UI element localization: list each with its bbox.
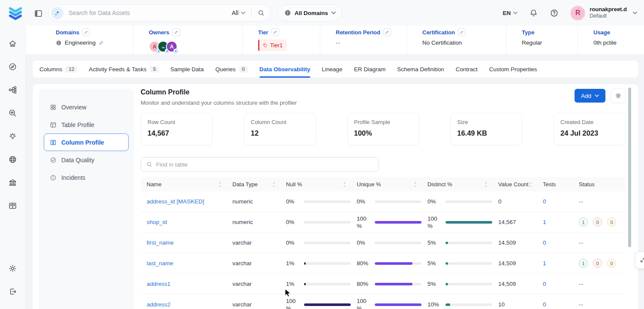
cell-null-pct: 1%	[280, 280, 351, 288]
status-aborted-badge[interactable]: 0	[607, 259, 616, 268]
edit-icon[interactable]	[172, 28, 180, 36]
column-name-link[interactable]: address_id [MASKED]	[147, 198, 204, 205]
chevron-down-icon	[241, 12, 245, 14]
stat-value: 12	[251, 129, 309, 137]
tab-contract[interactable]: Contract	[456, 61, 478, 78]
sidebar-item-settings[interactable]	[5, 260, 21, 276]
edit-icon[interactable]	[271, 28, 279, 36]
sort-icon[interactable]	[529, 182, 533, 188]
sidebar-item-insights[interactable]	[5, 128, 21, 144]
sort-icon[interactable]	[272, 182, 276, 188]
sort-icon[interactable]	[218, 182, 222, 188]
column-header-unique[interactable]: Unique %	[351, 177, 421, 191]
cell-status: --	[573, 301, 626, 308]
ai-sparkle-icon[interactable]	[51, 7, 63, 19]
find-in-table-input[interactable]	[156, 161, 373, 168]
tab-queries[interactable]: Queries0	[215, 61, 248, 78]
tag-icon	[263, 43, 268, 48]
tab-lineage[interactable]: Lineage	[322, 61, 343, 78]
sort-icon[interactable]	[484, 182, 488, 188]
search-scope-dropdown[interactable]: All	[232, 9, 245, 16]
add-button[interactable]: Add	[575, 89, 605, 103]
tests-count-link[interactable]: 0	[543, 281, 546, 287]
resize-handle-icon[interactable]	[635, 251, 644, 269]
tab-columns[interactable]: Columns12	[39, 61, 77, 78]
edit-icon[interactable]	[383, 28, 391, 36]
column-name-link[interactable]: address2	[147, 301, 171, 308]
status-failed-badge[interactable]: 0	[593, 218, 602, 227]
app-logo-icon[interactable]	[7, 5, 24, 21]
sidebar-item-observability[interactable]	[5, 105, 21, 121]
edit-icon[interactable]	[82, 28, 90, 36]
help-icon[interactable]	[550, 9, 559, 18]
column-header-value-count[interactable]: Value Count	[492, 177, 537, 191]
tests-count-link[interactable]: 1	[543, 260, 546, 267]
tab-custom-properties[interactable]: Custom Properties	[489, 61, 537, 78]
profiler-settings-gear-icon[interactable]	[611, 88, 626, 103]
search-icon[interactable]	[258, 9, 265, 16]
cell-distinct-pct: 100%	[421, 215, 492, 230]
column-name-link[interactable]: shop_id	[147, 219, 167, 225]
user-menu[interactable]: R rounakpreet.d Default	[570, 6, 637, 21]
tests-count-link[interactable]: 0	[543, 239, 546, 246]
column-header-name[interactable]: Name	[141, 177, 226, 191]
stat-value: 16.49 KB	[457, 129, 515, 137]
tab-data-observability[interactable]: Data Observability	[259, 61, 310, 78]
sidebar-item-lineage[interactable]	[5, 82, 21, 98]
cell-null-pct: 0%	[280, 218, 351, 226]
tab-label: Columns	[39, 66, 62, 73]
tab-activity-feeds-tasks[interactable]: Activity Feeds & Tasks5	[89, 61, 159, 78]
tests-count-link[interactable]: 0	[543, 198, 546, 205]
tab-sample-data[interactable]: Sample Data	[170, 61, 204, 78]
null-pct-fill	[304, 303, 351, 306]
insights-icon	[8, 132, 17, 141]
distinct-pct-fill	[445, 221, 492, 224]
stat-card-created-date: Created Date24 Jul 2023	[554, 113, 626, 145]
subnav-item-overview[interactable]: Overview	[44, 98, 129, 116]
field-label: Tier	[258, 29, 268, 36]
vertical-scrollbar[interactable]	[628, 88, 631, 247]
language-selector[interactable]: EN	[503, 10, 518, 16]
status-success-badge[interactable]: 1	[579, 218, 588, 227]
link-icon[interactable]	[99, 40, 104, 45]
tab-er-diagram[interactable]: ER Diagram	[354, 61, 386, 78]
sort-icon[interactable]	[343, 182, 346, 188]
subnav-item-incidents[interactable]: Incidents	[44, 169, 129, 186]
unique-pct-label: 0%	[357, 239, 375, 246]
status-aborted-badge[interactable]: 0	[607, 218, 616, 227]
tests-count-link[interactable]: 0	[543, 301, 546, 308]
cell-name: first_name	[141, 239, 226, 246]
tests-count-link[interactable]: 1	[543, 219, 546, 225]
sidebar-item-logout[interactable]	[5, 283, 21, 300]
sidebar-toggle-icon[interactable]	[34, 9, 43, 18]
sidebar-item-home[interactable]	[5, 35, 21, 52]
subnav-item-table-profile[interactable]: Table Profile	[44, 116, 129, 133]
status-success-badge[interactable]: 1	[579, 259, 588, 268]
global-search-bar[interactable]: All	[48, 4, 271, 21]
sidebar-item-domains[interactable]	[5, 151, 21, 167]
column-header-null[interactable]: Null %	[280, 177, 351, 191]
sidebar-item-explore[interactable]	[5, 58, 21, 75]
tab-schema-definition[interactable]: Schema Definition	[397, 61, 444, 78]
domain-value[interactable]: Engineering	[65, 39, 96, 46]
column-name-link[interactable]: address1	[147, 281, 171, 287]
notifications-bell-icon[interactable]	[529, 9, 538, 18]
column-header-data-type[interactable]: Data Type	[226, 177, 280, 191]
all-domains-dropdown[interactable]: All Domains	[278, 4, 342, 21]
column-name-link[interactable]: last_name	[147, 260, 173, 267]
sort-icon[interactable]	[413, 182, 417, 188]
column-header-distinct[interactable]: Distinct %	[421, 177, 492, 191]
search-input[interactable]	[69, 9, 232, 16]
tier-tag[interactable]: Tier1	[258, 39, 287, 51]
status-failed-badge[interactable]: 0	[593, 259, 602, 268]
find-in-table-box[interactable]	[141, 157, 379, 172]
subnav-item-data-quality[interactable]: Data Quality	[44, 151, 129, 169]
column-header-label: Value Count	[498, 181, 529, 188]
subnav-item-column-profile[interactable]: Column Profile	[44, 133, 129, 151]
edit-icon[interactable]	[458, 28, 466, 36]
sidebar-item-glossary[interactable]	[5, 197, 21, 214]
sidebar-item-govern[interactable]	[5, 174, 21, 191]
owner-avatar[interactable]: A	[166, 41, 178, 52]
user-avatar[interactable]: R	[570, 6, 585, 21]
column-name-link[interactable]: first_name	[147, 239, 174, 246]
